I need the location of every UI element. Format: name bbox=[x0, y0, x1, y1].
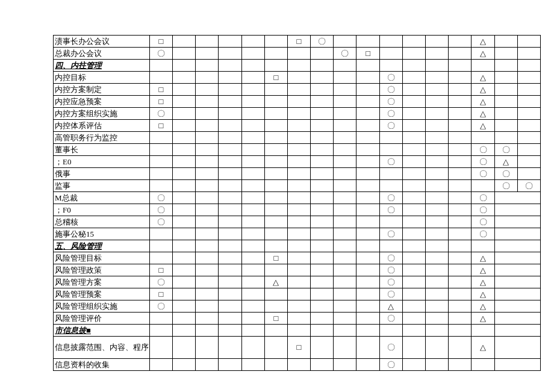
cell bbox=[287, 144, 310, 156]
cell: 〇 bbox=[379, 156, 402, 168]
cell bbox=[172, 132, 195, 144]
cell bbox=[494, 72, 517, 84]
cell: 〇 bbox=[379, 120, 402, 132]
cell: □ bbox=[149, 96, 172, 108]
table-row: 董事长〇〇 bbox=[54, 144, 541, 156]
cell: △ bbox=[472, 252, 494, 264]
cell bbox=[311, 48, 334, 60]
row-label: 内控目标 bbox=[54, 72, 150, 84]
cell bbox=[426, 325, 449, 337]
row-label: 信息资料的收集 bbox=[54, 359, 150, 371]
cell: 〇 bbox=[379, 204, 402, 216]
cell bbox=[494, 216, 540, 228]
cell bbox=[334, 325, 356, 337]
cell: 〇 bbox=[472, 216, 494, 228]
cell bbox=[494, 36, 517, 48]
cell bbox=[334, 72, 356, 84]
cell bbox=[334, 96, 356, 108]
cell bbox=[494, 96, 517, 108]
cell bbox=[287, 96, 310, 108]
cell bbox=[472, 132, 494, 144]
cell bbox=[494, 48, 517, 60]
cell bbox=[241, 108, 264, 120]
cell bbox=[149, 359, 172, 371]
row-label: M总裁 bbox=[54, 192, 150, 204]
cell: △ bbox=[472, 337, 494, 359]
cell bbox=[449, 168, 472, 180]
cell: 〇 bbox=[149, 276, 172, 288]
cell: △ bbox=[472, 72, 494, 84]
cell bbox=[494, 60, 517, 72]
cell bbox=[426, 108, 449, 120]
cell bbox=[402, 300, 425, 313]
cell bbox=[449, 325, 472, 337]
cell bbox=[356, 325, 379, 337]
row-label: 渍事长办公会议 bbox=[54, 36, 150, 48]
cell bbox=[356, 108, 379, 120]
cell bbox=[402, 156, 425, 168]
cell bbox=[149, 240, 172, 252]
cell bbox=[241, 96, 264, 108]
cell bbox=[172, 276, 195, 288]
cell bbox=[287, 156, 310, 168]
cell: □ bbox=[264, 252, 287, 264]
cell bbox=[334, 240, 356, 252]
cell bbox=[426, 168, 449, 180]
cell bbox=[172, 240, 195, 252]
cell bbox=[426, 264, 449, 276]
cell bbox=[517, 132, 540, 144]
cell bbox=[219, 156, 241, 168]
cell bbox=[449, 60, 472, 72]
cell bbox=[172, 325, 195, 337]
cell bbox=[334, 36, 356, 48]
cell: 〇 bbox=[494, 168, 517, 180]
cell bbox=[356, 359, 379, 371]
cell bbox=[311, 192, 334, 204]
cell bbox=[449, 252, 472, 264]
cell bbox=[196, 264, 219, 276]
cell: 〇 bbox=[472, 228, 494, 240]
cell bbox=[196, 276, 219, 288]
cell bbox=[287, 48, 310, 60]
cell bbox=[311, 60, 334, 72]
cell bbox=[494, 264, 540, 276]
cell bbox=[426, 252, 449, 264]
cell: 〇 bbox=[472, 204, 494, 216]
row-label: 风险管理目标 bbox=[54, 252, 150, 264]
cell bbox=[449, 228, 472, 240]
cell: 〇 bbox=[379, 252, 402, 264]
cell bbox=[472, 240, 494, 252]
cell bbox=[196, 252, 219, 264]
row-label: 总稽核 bbox=[54, 216, 150, 228]
cell bbox=[402, 240, 425, 252]
cell bbox=[149, 156, 172, 168]
cell bbox=[334, 228, 356, 240]
cell bbox=[379, 144, 402, 156]
cell bbox=[196, 84, 219, 96]
cell bbox=[449, 216, 472, 228]
cell bbox=[356, 72, 379, 84]
cell: △ bbox=[472, 313, 494, 325]
cell bbox=[149, 325, 172, 337]
cell bbox=[334, 216, 356, 228]
cell bbox=[264, 144, 287, 156]
cell bbox=[172, 60, 195, 72]
cell: △ bbox=[472, 300, 494, 313]
cell bbox=[172, 252, 195, 264]
cell bbox=[196, 180, 219, 192]
cell bbox=[426, 276, 449, 288]
cell bbox=[494, 108, 517, 120]
table-row: 四、内拄管理 bbox=[54, 60, 541, 72]
cell bbox=[241, 313, 264, 325]
cell bbox=[494, 192, 540, 204]
cell: 〇 bbox=[311, 36, 334, 48]
cell bbox=[356, 156, 379, 168]
cell bbox=[172, 359, 195, 371]
cell bbox=[241, 264, 264, 276]
cell bbox=[356, 132, 379, 144]
cell: 〇 bbox=[379, 72, 402, 84]
table-row: ；F0〇〇〇 bbox=[54, 204, 541, 216]
cell bbox=[402, 252, 425, 264]
cell: □ bbox=[287, 36, 310, 48]
cell bbox=[241, 300, 264, 313]
